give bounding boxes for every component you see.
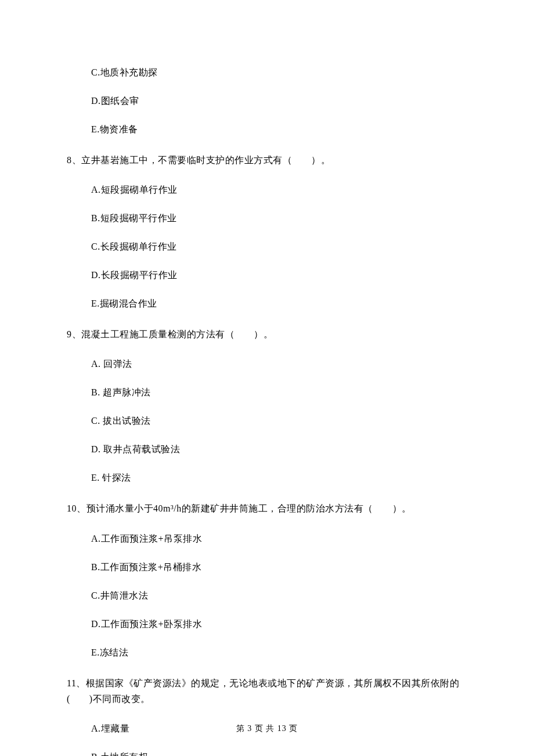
option-e-top: E.物资准备 (91, 124, 467, 136)
question-8-option-e: E.掘砌混合作业 (91, 298, 467, 310)
question-10-option-d: D.工作面预注浆+卧泵排水 (91, 618, 467, 631)
question-8-stem: 8、立井基岩施工中，不需要临时支护的作业方式有（ ）。 (67, 152, 467, 168)
question-8-option-d: D.长段掘砌平行作业 (91, 269, 467, 282)
question-11-stem: 11、根据国家《矿产资源法》的规定，无论地表或地下的矿产资源，其所属权不因其所依… (67, 675, 467, 707)
question-8-option-a: A.短段掘砌单行作业 (91, 184, 467, 196)
question-9-option-e: E. 针探法 (91, 472, 467, 484)
question-10-option-c: C.井筒泄水法 (91, 590, 467, 602)
question-9-option-b: B. 超声脉冲法 (91, 387, 467, 399)
question-11-option-b: B.土地所有权 (91, 751, 467, 756)
question-8-option-b: B.短段掘砌平行作业 (91, 213, 467, 225)
question-10-stem: 10、预计涌水量小于40m³/h的新建矿井井筒施工，合理的防治水方法有（ ）。 (67, 501, 467, 516)
question-10-option-b: B.工作面预注浆+吊桶排水 (91, 561, 467, 574)
question-8-option-c: C.长段掘砌单行作业 (91, 241, 467, 253)
page-content: C.地质补充勘探 D.图纸会审 E.物资准备 8、立井基岩施工中，不需要临时支护… (0, 0, 534, 756)
option-c-top: C.地质补充勘探 (91, 67, 467, 79)
question-9-option-a: A. 回弹法 (91, 358, 467, 370)
question-10-option-a: A.工作面预注浆+吊泵排水 (91, 533, 467, 545)
question-9-option-c: C. 拔出试验法 (91, 415, 467, 427)
question-9-stem: 9、混凝土工程施工质量检测的方法有（ ）。 (67, 326, 467, 342)
question-9-option-d: D. 取井点荷载试验法 (91, 444, 467, 456)
question-10-option-e: E.冻结法 (91, 647, 467, 659)
option-d-top: D.图纸会审 (91, 95, 467, 107)
page-footer: 第 3 页 共 13 页 (0, 723, 534, 734)
